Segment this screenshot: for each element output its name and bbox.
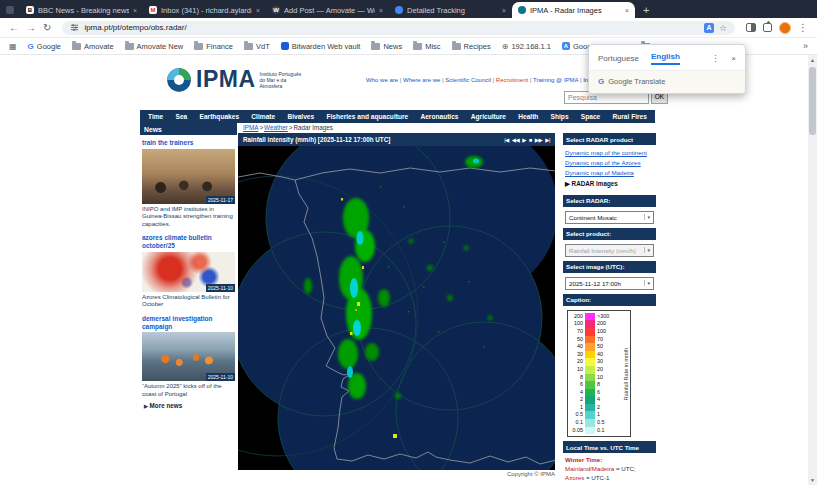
forward-button[interactable]: → [26,23,36,33]
control-stop-icon[interactable]: ■ [529,137,532,143]
menu-icon[interactable]: ⋮ [798,23,808,33]
nav-time[interactable]: Time [148,113,163,120]
radar-map-graphic [238,146,555,470]
bookmark-amovate[interactable]: Amovate [72,42,114,51]
legend-upper-value: 6 [595,389,612,397]
control-forward-icon[interactable]: ▶▶ [535,137,542,143]
link-scientific-council[interactable]: Scientific Council [445,77,496,83]
legend-swatch [585,320,595,328]
bookmark-router[interactable]: ⊕192.168.1.1 [502,42,551,51]
legend-lower-value: 6 [570,381,585,389]
extensions-icon[interactable] [763,23,772,32]
tab-ipma-radar[interactable]: IPMA - Radar Images × [512,2,635,18]
tab-inbox[interactable]: M Inbox (341) - richard.aylard@... × [143,2,266,18]
tab-search-icon[interactable] [6,6,14,14]
breadcrumb-ipma[interactable]: IPMA [243,124,264,131]
tab-detailed-tracking[interactable]: Detailed Tracking × [389,2,512,18]
tab-wordpress[interactable]: W Add Post — Amovate — WordP... × [266,2,389,18]
news-item-title[interactable]: azores climate bulletin october/25 [142,234,235,250]
tab-label: Detailed Tracking [407,6,498,15]
profile-avatar[interactable] [779,22,791,34]
bookmark-finance[interactable]: Finance [194,42,233,51]
bookmark-vdt[interactable]: VdT [244,42,270,51]
radar-select[interactable]: Continent Mosaic ▾ [565,211,654,224]
folder-icon [244,43,253,50]
legend-lower-value: 100 [570,320,585,328]
translate-close-icon[interactable]: × [731,54,736,63]
side-panel-icon[interactable] [746,23,756,32]
bookmark-label: VdT [256,42,270,51]
news-item-date: 2025-11-10 [206,284,235,292]
nav-climate[interactable]: Climate [251,113,275,120]
nav-health[interactable]: Health [518,113,538,120]
nav-space[interactable]: Space [581,113,600,120]
nav-earthquakes[interactable]: Earthquakes [200,113,240,120]
link-dynamic-map-continent[interactable]: Dynamic map of the continent [565,148,656,158]
link-who-we-are[interactable]: Who we are [366,77,403,83]
radar-product-panel: Select RADAR product Dynamic map of the … [563,133,656,483]
image-select[interactable]: 2025-11-12 17:00h ▾ [565,277,654,290]
news-item-image[interactable]: 2025-11-17 [142,149,235,204]
more-news-link[interactable]: ▶ More news [144,402,237,409]
tab-close-icon[interactable]: × [502,7,506,14]
translate-options-icon[interactable]: ⋮ [711,54,719,63]
tab-favicon: W [272,6,280,14]
breadcrumb: IPMAWeatherRadar Images [243,124,333,131]
bookmark-star-icon[interactable]: ☆ [719,23,727,33]
breadcrumb-weather[interactable]: Weather [264,124,293,131]
apps-grid-icon[interactable]: ▦ [9,42,17,51]
nav-aeronautics[interactable]: Aeronautics [420,113,458,120]
control-first-icon[interactable]: |◀ [504,137,509,143]
site-settings-icon[interactable] [70,23,79,32]
tab-close-icon[interactable]: × [625,7,629,14]
nav-agriculture[interactable]: Agriculture [471,113,506,120]
news-item-image[interactable]: 2025-11-10 [142,332,235,381]
link-recruitment[interactable]: Recruitment [496,77,533,83]
nav-bivalves[interactable]: Bivalves [287,113,314,120]
control-play-icon[interactable]: ▶ [522,137,526,143]
bookmark-news[interactable]: News [371,42,402,51]
ipma-logo[interactable]: IPMA Instituto Português do Mar e da Atm… [166,66,304,93]
back-button[interactable]: ← [9,23,19,33]
link-where-are-we[interactable]: Where are we [403,77,445,83]
news-item-title[interactable]: demersal investigation campaign [142,315,235,331]
bookmark-misc[interactable]: Misc [413,42,440,51]
legend-upper-value: 8 [595,381,612,389]
news-item-image[interactable]: 2025-11-10 [142,252,235,292]
bookmark-recipes[interactable]: Recipes [452,42,491,51]
address-bar[interactable]: ipma.pt/pt/otempo/obs.radar/ A ☆ [62,21,735,35]
nav-ships[interactable]: Ships [551,113,569,120]
link-training-ipma[interactable]: Training @ IPMA [533,77,583,83]
translate-target-tab[interactable]: English [651,52,680,65]
news-item-title[interactable]: train the trainers [142,139,235,147]
new-tab-button[interactable]: + [643,4,649,16]
translate-icon[interactable]: A [704,23,714,33]
timezone-note: Winter Time: Mainland/Madeira = UTC; Azo… [565,456,656,483]
tab-close-icon[interactable]: × [379,7,383,14]
translate-source-tab[interactable]: Portuguese [598,54,639,63]
bookmarks-overflow-icon[interactable]: » [803,41,808,51]
bookmark-google[interactable]: GGoogle [28,42,61,51]
control-rewind-icon[interactable]: ◀◀ [512,137,519,143]
ipma-logo-text: IPMA [196,66,256,93]
link-dynamic-map-madeira[interactable]: Dynamic map of Madeira [565,168,656,178]
copyright-text: Copyright © IPMA [238,471,555,477]
page-scrollbar[interactable]: ▲ ▼ [808,55,817,485]
control-last-icon[interactable]: ▶| [545,137,550,143]
globe-icon: ⊕ [502,42,509,51]
scroll-down-icon[interactable]: ▼ [808,475,817,485]
tab-bbc-news[interactable]: B BBC News - Breaking news, vid... × [20,2,143,18]
bookmark-bitwarden[interactable]: Bitwarden Web vault [281,42,361,51]
nav-fisheries[interactable]: Fisheries and aquaculture [326,113,408,120]
scrollbar-thumb[interactable] [809,67,816,135]
tab-close-icon[interactable]: × [256,7,260,14]
bookmark-amovate-new[interactable]: Amovate New [125,42,184,51]
reload-button[interactable]: ↻ [43,23,51,33]
link-dynamic-map-azores[interactable]: Dynamic map of the Azores [565,158,656,168]
tab-close-icon[interactable]: × [133,7,137,14]
nav-sea[interactable]: Sea [176,113,188,120]
scroll-up-icon[interactable]: ▲ [808,55,817,65]
nav-rural-fires[interactable]: Rural Fires [613,113,647,120]
legend-upper-value: 100 [595,328,612,336]
legend-axis-label: Rainfall Rate in mm/h [623,347,629,400]
